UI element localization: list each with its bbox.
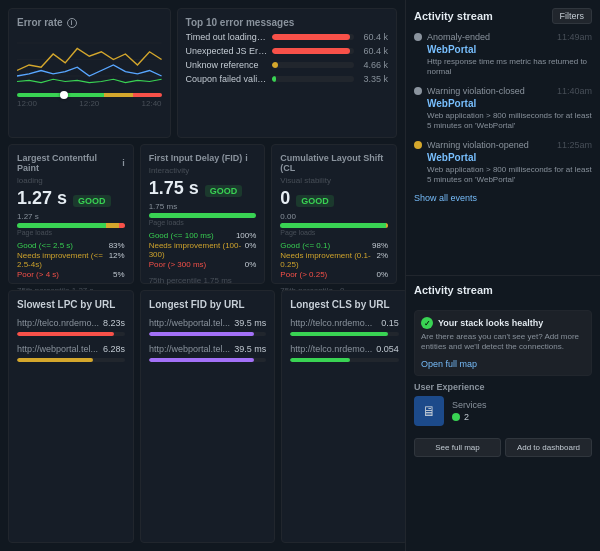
cls-badge: GOOD bbox=[296, 195, 334, 207]
slowest-lcp-item-1: http://telco.nrdemo... 8.23s bbox=[17, 318, 125, 336]
stack-notice-desc: Are there areas you can't see yet? Add m… bbox=[421, 332, 585, 353]
event-2-dot bbox=[414, 87, 422, 95]
url-row: Slowest LPC by URL http://telco.nrdemo..… bbox=[8, 290, 397, 543]
error-item-1: Timed out loading source ./js/cou... 60.… bbox=[186, 32, 388, 42]
fid-value-row: 1.75 s GOOD bbox=[149, 178, 257, 199]
services-info: Services 2 bbox=[452, 400, 487, 422]
see-full-map-button[interactable]: See full map bbox=[414, 438, 501, 457]
lcp-bar-track bbox=[17, 223, 125, 228]
longest-cls-item-1: http://telco.nrdemo... 0.15 bbox=[290, 318, 399, 336]
error-rate-title: Error rate i bbox=[17, 17, 162, 28]
ue-title: User Experience bbox=[414, 382, 592, 392]
show-all-events-link[interactable]: Show all events bbox=[414, 193, 592, 203]
longest-fid-item-2: http://webportal.tel... 39.5 ms bbox=[149, 344, 266, 362]
lcp-value-row: 1.27 s GOOD bbox=[17, 188, 125, 209]
slowest-lcp-item-2: http://webportal.tel... 6.28s bbox=[17, 344, 125, 362]
stack-health-title: Activity stream bbox=[414, 284, 493, 296]
metrics-row: Largest Contentful Paint i loading 1.27 … bbox=[8, 144, 397, 284]
stack-notice: ✓ Your stack looks healthy Are there are… bbox=[414, 310, 592, 376]
lcp-badge: GOOD bbox=[73, 195, 111, 207]
activity-header: Activity stream Filters bbox=[414, 8, 592, 24]
fid-bar-value: 1.75 ms bbox=[149, 202, 257, 211]
lcp-stats: Good (<= 2.5 s)83% Needs improvement (<=… bbox=[17, 241, 125, 280]
cls-bar-track bbox=[280, 223, 388, 228]
top-row: Error rate i bbox=[8, 8, 397, 138]
main-container: Error rate i bbox=[0, 0, 600, 551]
error-messages-title: Top 10 error messages bbox=[186, 17, 388, 28]
lcp-value: 1.27 s bbox=[17, 188, 67, 209]
fid-stats: Good (<= 100 ms)100% Needs improvement (… bbox=[149, 231, 257, 270]
slowest-lcp-card: Slowest LPC by URL http://telco.nrdemo..… bbox=[8, 290, 134, 543]
cls-stats: Good (<= 0.1)98% Needs improvement (0.1-… bbox=[280, 241, 388, 280]
error-item-2: Unexpected JS Error 60.4 k bbox=[186, 46, 388, 56]
lcp-title: Largest Contentful Paint i bbox=[17, 153, 125, 173]
right-panel: Activity stream Filters Anomaly-ended 11… bbox=[405, 0, 600, 551]
error-messages-card: Top 10 error messages Timed out loading … bbox=[177, 8, 397, 138]
cls-bar-value: 0.00 bbox=[280, 212, 388, 221]
fid-card: First Input Delay (FID) i Interactivity … bbox=[140, 144, 266, 284]
time-slider[interactable] bbox=[17, 93, 162, 97]
user-experience-section: User Experience 🖥 Services 2 bbox=[414, 382, 592, 426]
error-rate-chart bbox=[17, 32, 162, 87]
activity-event-1: Anomaly-ended 11:49am WebPortal Http res… bbox=[414, 32, 592, 78]
cls-value-row: 0 GOOD bbox=[280, 188, 388, 209]
longest-fid-item-1: http://webportal.tel... 39.5 ms bbox=[149, 318, 266, 336]
cls-value: 0 bbox=[280, 188, 290, 209]
add-to-dashboard-button[interactable]: Add to dashboard bbox=[505, 438, 592, 457]
error-messages-label: Top 10 error messages bbox=[186, 17, 295, 28]
longest-cls-item-2: http://telco.nrdemo... 0.054 bbox=[290, 344, 399, 362]
event-1-dot bbox=[414, 33, 422, 41]
services-map: 🖥 Services 2 bbox=[414, 396, 592, 426]
cls-subtitle: Visual stability bbox=[280, 176, 388, 185]
activity-bottom-header: Activity stream bbox=[414, 284, 592, 296]
lcp-bar-container: 1.27 s Page loads bbox=[17, 212, 125, 236]
error-list: Timed out loading source ./js/cou... 60.… bbox=[186, 32, 388, 84]
services-status-dot bbox=[452, 413, 460, 421]
activity-stream-section: Activity stream Filters Anomaly-ended 11… bbox=[406, 0, 600, 276]
fid-percentile: 75th percentile 1.75 ms bbox=[149, 276, 257, 285]
fid-title: First Input Delay (FID) i bbox=[149, 153, 257, 163]
error-item-4: Coupon failed validation check 3.35 k bbox=[186, 74, 388, 84]
cls-card: Cumulative Layout Shift (CL Visual stabi… bbox=[271, 144, 397, 284]
time-slider-row bbox=[17, 93, 162, 97]
activity-bottom-section: Activity stream ✓ Your stack looks healt… bbox=[406, 276, 600, 551]
stack-notice-title: Your stack looks healthy bbox=[438, 318, 543, 328]
open-full-map-link[interactable]: Open full map bbox=[421, 359, 477, 369]
lcp-card: Largest Contentful Paint i loading 1.27 … bbox=[8, 144, 134, 284]
cls-title: Cumulative Layout Shift (CL bbox=[280, 153, 388, 173]
lcp-bar-value: 1.27 s bbox=[17, 212, 125, 221]
cls-bar-container: 0.00 Page loads bbox=[280, 212, 388, 236]
longest-fid-title: Longest FID by URL bbox=[149, 299, 266, 310]
service-icon: 🖥 bbox=[414, 396, 444, 426]
action-buttons: See full map Add to dashboard bbox=[414, 438, 592, 457]
longest-cls-title: Longest CLS by URL bbox=[290, 299, 399, 310]
activity-stream-title: Activity stream bbox=[414, 10, 493, 22]
event-3-dot bbox=[414, 141, 422, 149]
fid-subtitle: Interactivity bbox=[149, 166, 257, 175]
lcp-info-icon: i bbox=[122, 158, 125, 168]
fid-bar-track bbox=[149, 213, 257, 218]
longest-fid-card: Longest FID by URL http://webportal.tel.… bbox=[140, 290, 275, 543]
activity-event-3: Warning violation-opened 11:25am WebPort… bbox=[414, 140, 592, 186]
longest-cls-card: Longest CLS by URL http://telco.nrdemo..… bbox=[281, 290, 408, 543]
check-icon: ✓ bbox=[421, 317, 433, 329]
fid-info-icon: i bbox=[245, 153, 248, 163]
fid-value: 1.75 s bbox=[149, 178, 199, 199]
fid-badge: GOOD bbox=[205, 185, 243, 197]
error-rate-label: Error rate bbox=[17, 17, 63, 28]
error-rate-card: Error rate i bbox=[8, 8, 171, 138]
info-icon: i bbox=[67, 18, 77, 28]
services-count-row: 2 bbox=[452, 412, 487, 422]
lcp-subtitle: loading bbox=[17, 176, 125, 185]
services-count: 2 bbox=[464, 412, 469, 422]
filters-button[interactable]: Filters bbox=[552, 8, 593, 24]
chart-labels: 12:00 12:20 12:40 bbox=[17, 99, 162, 108]
left-panel: Error rate i bbox=[0, 0, 405, 551]
slowest-lcp-title: Slowest LPC by URL bbox=[17, 299, 125, 310]
activity-event-2: Warning violation-closed 11:40am WebPort… bbox=[414, 86, 592, 132]
fid-bar-container: 1.75 ms Page loads bbox=[149, 202, 257, 226]
error-item-3: Unknow reference 4.66 k bbox=[186, 60, 388, 70]
services-label: Services bbox=[452, 400, 487, 410]
